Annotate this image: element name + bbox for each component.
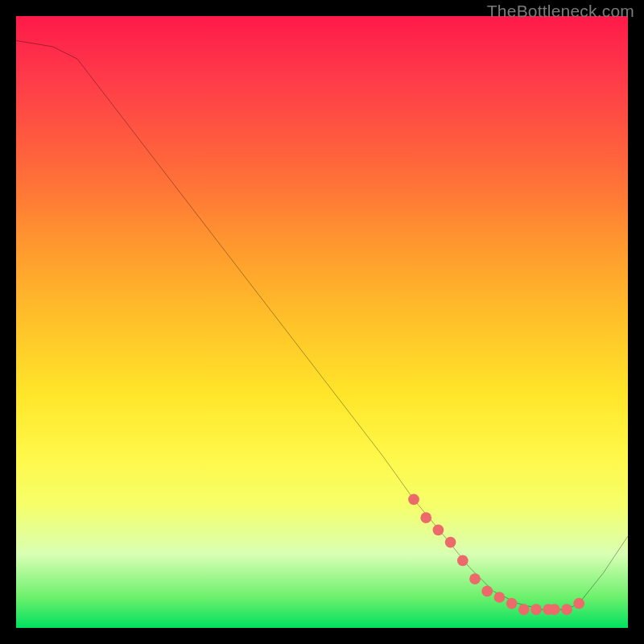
marker-dot <box>433 525 444 536</box>
marker-dot <box>445 537 456 548</box>
marker-dot <box>561 604 572 615</box>
marker-dot <box>408 494 419 506</box>
marker-dot <box>573 598 584 609</box>
curve-path <box>16 40 628 609</box>
watermark-text: TheBottleneck.com <box>487 2 634 21</box>
markers-group <box>408 494 584 615</box>
marker-dot <box>518 604 530 615</box>
marker-dot <box>506 598 518 609</box>
marker-dot <box>420 512 431 523</box>
marker-dot <box>481 586 493 597</box>
marker-dot <box>469 573 481 584</box>
line-chart <box>16 16 628 628</box>
chart-frame: TheBottleneck.com <box>0 0 644 644</box>
marker-dot <box>530 604 542 615</box>
marker-dot <box>457 555 469 567</box>
marker-dot <box>549 604 560 615</box>
marker-dot <box>494 592 506 603</box>
plot-area <box>16 16 628 628</box>
